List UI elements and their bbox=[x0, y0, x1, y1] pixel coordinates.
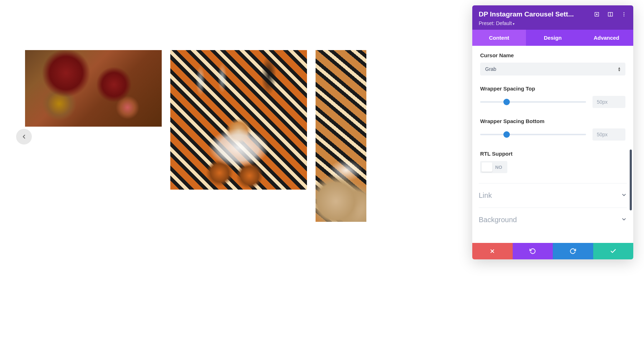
wrapper-bottom-label: Wrapper Spacing Bottom bbox=[480, 118, 625, 124]
wrapper-top-label: Wrapper Spacing Top bbox=[480, 86, 625, 92]
settings-panel: DP Instagram Carousel Sett... Preset: De… bbox=[472, 5, 633, 259]
scrollbar[interactable] bbox=[630, 150, 632, 210]
undo-button[interactable] bbox=[513, 243, 553, 259]
section-background[interactable]: Background bbox=[479, 207, 627, 232]
panel-header: DP Instagram Carousel Sett... Preset: De… bbox=[472, 5, 633, 30]
wrapper-top-slider[interactable] bbox=[480, 101, 586, 103]
section-background-title: Background bbox=[479, 216, 517, 224]
field-wrapper-top: Wrapper Spacing Top 50px bbox=[480, 86, 625, 108]
wrapper-top-value[interactable]: 50px bbox=[592, 96, 625, 108]
panel-body[interactable]: Cursor Name Grab ▴▾ Wrapper Spacing Top … bbox=[472, 46, 633, 243]
columns-icon[interactable] bbox=[608, 11, 613, 17]
rtl-toggle[interactable]: NO bbox=[480, 161, 507, 173]
tab-content[interactable]: Content bbox=[472, 30, 526, 46]
expand-icon[interactable] bbox=[594, 11, 600, 17]
cancel-button[interactable] bbox=[472, 243, 513, 259]
cursor-name-select[interactable]: Grab ▴▾ bbox=[480, 63, 625, 75]
carousel-image-3[interactable] bbox=[316, 50, 366, 222]
section-link[interactable]: Link bbox=[479, 183, 627, 207]
panel-tabs: Content Design Advanced bbox=[472, 30, 633, 46]
carousel-image-2[interactable] bbox=[170, 50, 307, 190]
chevron-down-icon bbox=[621, 216, 627, 224]
svg-point-5 bbox=[624, 14, 624, 15]
panel-footer bbox=[472, 243, 633, 259]
cursor-name-value: Grab bbox=[485, 66, 496, 72]
field-rtl: RTL Support NO bbox=[480, 151, 625, 173]
field-wrapper-bottom: Wrapper Spacing Bottom 50px bbox=[480, 118, 625, 141]
carousel-images[interactable] bbox=[25, 50, 366, 222]
panel-title: DP Instagram Carousel Sett... bbox=[479, 10, 590, 18]
wrapper-bottom-value[interactable]: 50px bbox=[592, 128, 625, 141]
svg-point-6 bbox=[624, 15, 624, 16]
svg-point-4 bbox=[624, 12, 624, 13]
tab-advanced[interactable]: Advanced bbox=[580, 30, 633, 46]
svg-point-1 bbox=[596, 14, 597, 15]
chevron-down-icon bbox=[621, 192, 627, 199]
carousel-image-1[interactable] bbox=[25, 50, 162, 127]
cursor-name-label: Cursor Name bbox=[480, 52, 625, 58]
more-icon[interactable] bbox=[621, 11, 627, 17]
preset-selector[interactable]: Preset: Default bbox=[479, 20, 627, 26]
wrapper-bottom-thumb[interactable] bbox=[503, 131, 510, 138]
field-cursor-name: Cursor Name Grab ▴▾ bbox=[480, 52, 625, 75]
toggle-knob bbox=[482, 162, 492, 172]
select-arrows-icon: ▴▾ bbox=[618, 67, 620, 72]
wrapper-bottom-slider[interactable] bbox=[480, 134, 586, 135]
wrapper-top-thumb[interactable] bbox=[503, 99, 510, 105]
section-link-title: Link bbox=[479, 191, 492, 200]
save-button[interactable] bbox=[593, 243, 634, 259]
redo-button[interactable] bbox=[553, 243, 593, 259]
tab-design[interactable]: Design bbox=[526, 30, 580, 46]
rtl-label: RTL Support bbox=[480, 151, 625, 157]
rtl-state: NO bbox=[492, 165, 506, 170]
carousel-preview bbox=[16, 50, 370, 229]
